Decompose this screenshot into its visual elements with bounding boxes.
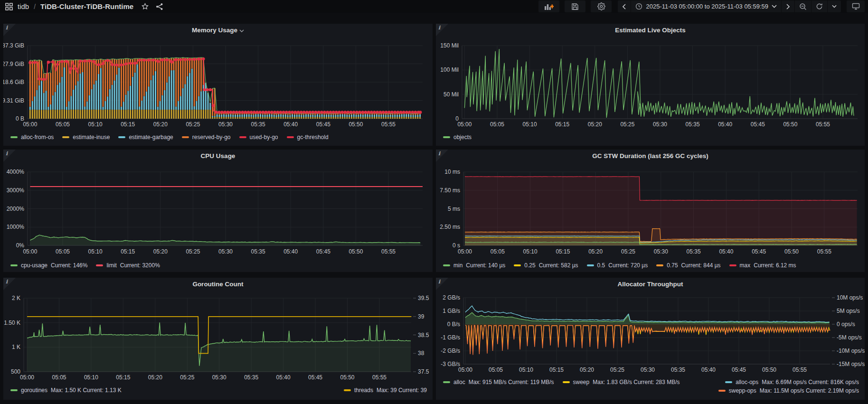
- legend-item-reserved-by-go[interactable]: reserved-by-go: [182, 134, 231, 141]
- legend-item-estimate-garbage[interactable]: estimate-garbage: [118, 134, 173, 141]
- svg-text:38: 38: [418, 350, 425, 357]
- legend-label: gc-threshold: [297, 134, 329, 141]
- legend-label: objects: [453, 134, 472, 141]
- svg-text:05:35: 05:35: [687, 248, 701, 255]
- legend-item-cpu-usage[interactable]: cpu-usageCurrent: 146%: [10, 262, 87, 269]
- refresh-button[interactable]: [811, 0, 828, 12]
- svg-text:05:30: 05:30: [654, 248, 668, 255]
- legend-swatch: [563, 381, 570, 383]
- legend-swatch: [344, 389, 351, 391]
- top-nav: tidb / TiDB-Cluster-TiDB-Runtime: [0, 0, 868, 13]
- svg-text:4000%: 4000%: [7, 169, 25, 175]
- svg-text:2.50 ms: 2.50 ms: [440, 224, 460, 230]
- svg-text:05:05: 05:05: [56, 121, 70, 128]
- panel-goroutine-count: iGoroutine Count2 K1.50 K1 K50005:0005:0…: [3, 278, 433, 400]
- time-range-back-button[interactable]: [618, 0, 631, 12]
- svg-text:05:40: 05:40: [283, 248, 298, 255]
- legend-item-objects[interactable]: objects: [443, 134, 472, 141]
- svg-text:1 K: 1 K: [12, 344, 20, 350]
- legend-swatch: [656, 264, 663, 266]
- svg-text:05:55: 05:55: [381, 121, 396, 128]
- legend-label: cpu-usage: [21, 262, 47, 269]
- legend-swatch: [729, 264, 736, 266]
- legend-item-0.75[interactable]: 0.75Current: 844 µs: [656, 262, 720, 269]
- breadcrumb-app[interactable]: tidb: [18, 2, 29, 10]
- tv-mode-button[interactable]: [847, 0, 865, 12]
- goroutine-count-chart[interactable]: 2 K1.50 K1 K50005:0005:0505:1005:1505:20…: [3, 278, 433, 400]
- share-icon[interactable]: [156, 3, 163, 10]
- svg-text:05:00: 05:00: [23, 248, 37, 255]
- legend-swatch: [514, 264, 521, 266]
- legend-label: alloc: [453, 379, 465, 385]
- legend-label: sweep: [573, 379, 590, 385]
- save-dashboard-button[interactable]: [565, 0, 585, 12]
- settings-button[interactable]: [591, 0, 612, 12]
- legend-item-limit[interactable]: limitCurrent: 3200%: [96, 262, 160, 269]
- svg-text:05:45: 05:45: [751, 121, 765, 128]
- legend-stats: Max: 1.50 K Current: 1.13 K: [51, 387, 122, 394]
- legend-swatch: [287, 136, 294, 138]
- svg-text:05:30: 05:30: [653, 121, 667, 128]
- legend-stats: Max: 39 Current: 39: [377, 387, 427, 394]
- svg-text:05:10: 05:10: [88, 248, 103, 255]
- svg-text:05:15: 05:15: [121, 248, 135, 255]
- legend-item-sweep[interactable]: sweepMax: 1.83 GB/s Current: 283 MB/s: [563, 379, 680, 385]
- time-controls: 2025-11-03 05:00:00 to 2025-11-03 05:59:…: [618, 0, 841, 12]
- svg-text:39: 39: [418, 313, 425, 320]
- cpu-usage-chart[interactable]: 4000%3000%2000%1000%0%05:0005:0505:1005:…: [3, 150, 433, 272]
- star-icon[interactable]: [141, 2, 149, 10]
- legend-item-max[interactable]: maxCurrent: 6.12 ms: [729, 262, 796, 269]
- legend-swatch: [182, 136, 189, 138]
- panel-allocator-throughput: iAllocator Throughput2 GB/s1 GB/s0 B/s-1…: [436, 278, 865, 400]
- legend-swatch: [62, 136, 69, 138]
- legend-item-used-by-go[interactable]: used-by-go: [239, 134, 278, 141]
- legend-item-alloc-ops[interactable]: alloc-opsMax: 6.69M ops/s Current: 816K …: [725, 379, 859, 385]
- add-panel-button[interactable]: [538, 0, 559, 12]
- svg-text:10M ops/s: 10M ops/s: [837, 294, 863, 301]
- legend-item-0.25[interactable]: 0.25Current: 582 µs: [514, 262, 578, 269]
- svg-text:-3 GB/s: -3 GB/s: [441, 361, 460, 367]
- legend-item-min[interactable]: minCurrent: 140 µs: [443, 262, 505, 269]
- estimated-live-objects-chart[interactable]: 150 Mil100 Mil50 Mil005:0005:0505:1005:1…: [436, 24, 865, 146]
- svg-text:05:10: 05:10: [523, 248, 538, 255]
- legend-label: min: [453, 262, 462, 269]
- svg-text:05:50: 05:50: [783, 121, 797, 128]
- panel-legend: cpu-usageCurrent: 146%limitCurrent: 3200…: [10, 262, 427, 269]
- apps-grid-icon[interactable]: [5, 2, 13, 11]
- svg-text:05:10: 05:10: [84, 374, 98, 381]
- svg-text:05:30: 05:30: [218, 248, 233, 255]
- legend-stats: Current: 582 µs: [539, 262, 578, 269]
- legend-item-alloc-from-os[interactable]: alloc-from-os: [10, 134, 54, 141]
- legend-item-0.5[interactable]: 0.5Current: 720 µs: [587, 262, 648, 269]
- legend-item-threads[interactable]: threadsMax: 39 Current: 39: [344, 387, 427, 394]
- svg-text:05:50: 05:50: [762, 366, 776, 373]
- legend-item-estimate-inuse[interactable]: estimate-inuse: [62, 134, 110, 141]
- svg-text:05:35: 05:35: [671, 366, 685, 373]
- gc-stw-duration-chart[interactable]: 10 ms7.50 ms5 ms2.50 ms0 s05:0005:0505:1…: [436, 150, 865, 272]
- zoom-out-button[interactable]: [795, 0, 811, 12]
- svg-text:05:15: 05:15: [116, 374, 130, 381]
- memory-usage-chart[interactable]: 37.3 GiB27.9 GiB18.6 GiB9.31 GiB0 B05:00…: [3, 24, 433, 146]
- svg-text:05:45: 05:45: [308, 374, 322, 381]
- breadcrumb-dashboard[interactable]: TiDB-Cluster-TiDB-Runtime: [40, 2, 133, 10]
- svg-text:05:10: 05:10: [88, 121, 103, 128]
- legend-swatch: [443, 264, 450, 266]
- svg-text:05:35: 05:35: [244, 374, 258, 381]
- time-range-button[interactable]: 2025-11-03 05:00:00 to 2025-11-03 05:59:…: [631, 0, 782, 12]
- legend-item-alloc[interactable]: allocMax: 915 MB/s Current: 119 MB/s: [443, 379, 554, 385]
- refresh-interval-caret[interactable]: [828, 0, 841, 12]
- panel-legend: objects: [443, 133, 859, 141]
- legend-item-gc-threshold[interactable]: gc-threshold: [287, 134, 329, 141]
- legend-item-goroutines[interactable]: goroutinesMax: 1.50 K Current: 1.13 K: [10, 387, 122, 394]
- time-range-forward-button[interactable]: [782, 0, 795, 12]
- svg-text:05:20: 05:20: [580, 366, 594, 373]
- svg-text:0%: 0%: [16, 242, 25, 249]
- svg-text:05:55: 05:55: [817, 248, 831, 255]
- svg-text:1000%: 1000%: [7, 224, 25, 230]
- legend-item-swepp-ops[interactable]: swepp-opsMax: 11.5M ops/s Current: 2.19M…: [718, 387, 859, 394]
- panel-legend: allocMax: 915 MB/s Current: 119 MB/sswee…: [443, 378, 859, 386]
- svg-text:05:40: 05:40: [276, 374, 291, 381]
- legend-stats: Current: 6.12 ms: [754, 262, 796, 269]
- svg-text:05:45: 05:45: [316, 121, 330, 128]
- svg-text:05:55: 05:55: [816, 121, 830, 128]
